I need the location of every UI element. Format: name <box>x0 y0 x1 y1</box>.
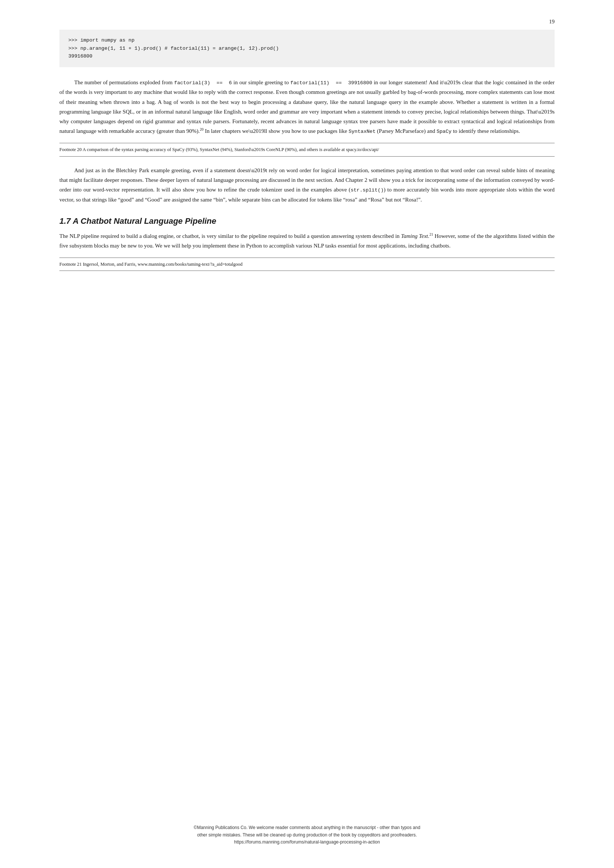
paragraph-3: The NLP pipeline required to build a dia… <box>59 231 555 251</box>
para1-code2: factorial(11) == 39916800 <box>290 80 372 86</box>
code-line-3: 39916800 <box>68 52 546 60</box>
footer-line2: other simple mistakes. These will be cle… <box>59 832 555 839</box>
paragraph-1: The number of permutations exploded from… <box>59 78 555 136</box>
str-split-code: str.split() <box>350 188 383 193</box>
footnote-21-link: www.manning.com/books/taming-text/?a_aid… <box>138 262 243 267</box>
footnote-21-text: Ingersol, Morton, and Farris, <box>82 262 138 267</box>
para1-text1: The number of permutations exploded from <box>74 79 174 85</box>
paragraph-2: And just as in the Bletchley Park exampl… <box>59 166 555 205</box>
spacy-code: SpaCy <box>437 129 452 134</box>
taming-text-ref: Taming Text. <box>401 233 429 239</box>
para1-text2: in our simple greeting to <box>232 79 290 85</box>
para3-text1: The NLP pipeline required to build a dia… <box>59 233 401 239</box>
page: 19 >>> import numpy as np >>> np.arange(… <box>0 0 614 868</box>
code-block: >>> import numpy as np >>> np.arange(1, … <box>59 30 555 67</box>
superscript-20: 20 <box>200 127 203 131</box>
footnote-20-block: Footnote 20 A comparison of the syntax p… <box>59 143 555 157</box>
footer-line1: ©Manning Publications Co. We welcome rea… <box>59 824 555 831</box>
footer-line3: https://forums.manning.com/forums/natura… <box>59 839 555 846</box>
superscript-21: 21 <box>429 232 433 236</box>
para1-text3: in our longer statement! And it\u2019s c… <box>59 79 555 134</box>
syntaxnet-code: SyntaxNet <box>349 129 376 134</box>
code-line-1: >>> import numpy as np <box>68 36 546 45</box>
section-heading-1-7: 1.7 A Chatbot Natural Language Pipeline <box>59 216 555 226</box>
page-number: 19 <box>549 19 555 25</box>
para1-code1: factorial(3) == 6 <box>174 80 232 86</box>
code-line-2: >>> np.arange(1, 11 + 1).prod() # factor… <box>68 45 546 53</box>
footnote-21-label: Footnote 21 <box>59 262 82 267</box>
footer: ©Manning Publications Co. We welcome rea… <box>59 824 555 846</box>
footnote-20-text: A comparison of the syntax parsing accur… <box>82 147 379 152</box>
footnote-21-block: Footnote 21 Ingersol, Morton, and Farris… <box>59 257 555 271</box>
footnote-20-label: Footnote 20 <box>59 147 82 152</box>
